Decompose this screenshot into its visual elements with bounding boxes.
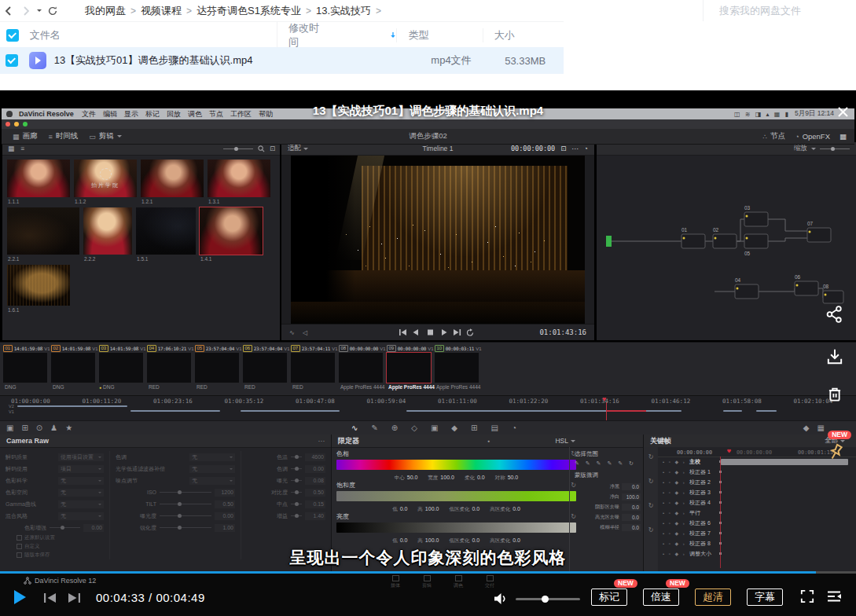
- clip-codec: RED: [244, 384, 255, 390]
- netdisk-page: 我的网盘 > 视频课程 > 达芬奇调色S1系统专业 > 13.实战技巧 > 文件…: [0, 0, 856, 616]
- palette-icon: ⊕: [391, 423, 398, 434]
- row-checkbox[interactable]: [6, 54, 18, 67]
- matte-finesse-field: 模糊半径 0.0: [575, 522, 641, 533]
- ruler-tick: 01:00:59:04: [367, 398, 439, 405]
- video-player[interactable]: 13【实战技巧01】调色步骤的基础认识.mp4 DaVinci Resolve …: [0, 90, 856, 616]
- subtitle-button[interactable]: 字幕: [747, 588, 783, 606]
- column-filename[interactable]: 文件名: [30, 28, 277, 42]
- svg-text:05: 05: [744, 251, 751, 256]
- next-button[interactable]: [68, 592, 81, 607]
- gallery-view-icons: ▦ ≡: [8, 145, 27, 152]
- camera-raw-field: 解码使用 项目: [6, 463, 104, 475]
- gallery-button: ▦画廊: [13, 131, 38, 141]
- gallery-still: 1.5.1: [136, 207, 196, 262]
- clip-timecode: 14:01:59:08: [110, 346, 138, 351]
- clip-number: 10: [435, 345, 444, 352]
- stills-row-3: 1.6.1: [7, 265, 277, 313]
- macos-titlebar: [2, 119, 854, 129]
- back-icon[interactable]: [0, 2, 17, 20]
- clip-timecode: 14:01:59:08: [62, 346, 90, 351]
- viewer-panel: 适配 Timeline 1 00:00:00:00 ⊡ ⋯ ◔ ∿ ◁: [281, 142, 594, 340]
- previous-button[interactable]: [43, 592, 57, 607]
- file-row[interactable]: 13【实战技巧01】调色步骤的基础认识.mp4 mp4文件 53.33MB: [0, 47, 564, 74]
- column-modified[interactable]: 修改时间: [277, 21, 396, 50]
- selected-clip-segment: [607, 410, 646, 412]
- sort-desc-icon[interactable]: [390, 31, 396, 39]
- track-row-icons: • ▫ ◆ ›: [663, 500, 689, 505]
- camera-raw-field: 混合风格 无: [6, 510, 104, 522]
- volume-slider[interactable]: [516, 598, 580, 600]
- resolve-toolbar: ▦画廊 ≡时间线 ▭剪辑 调色步骤02 ∴节点 ◔OpenFX ▦: [2, 129, 854, 145]
- resolve-page-tab: 调色: [454, 575, 463, 589]
- dot-icon: ●: [487, 438, 490, 443]
- breadcrumb-item[interactable]: 视频课程: [141, 4, 182, 18]
- column-size[interactable]: 大小: [483, 28, 564, 42]
- more-icon: ⋯: [571, 145, 579, 152]
- matte-finesse-field: 净黑 0.0: [575, 482, 641, 492]
- clips-icon: ▭: [89, 133, 96, 141]
- ruler-tick: 01:00:00:00: [11, 398, 83, 405]
- camera-raw-slider: 曝光度 0.00: [116, 510, 235, 522]
- hue-gradient-bar: [336, 460, 576, 470]
- svg-text:01: 01: [681, 227, 688, 233]
- file-name[interactable]: 13【实战技巧01】调色步骤的基础认识.mp4: [54, 53, 329, 68]
- clip-bar: [241, 410, 340, 412]
- viewer-image: [291, 156, 585, 324]
- timeline-clip: 10 00:00:03:11 V1 Apple ProRes 4444: [435, 345, 483, 397]
- still-thumbnail: [83, 207, 132, 255]
- palette-icon: ◆: [451, 423, 457, 434]
- close-icon[interactable]: [837, 106, 849, 121]
- breadcrumb-item[interactable]: 13.实战技巧: [316, 4, 371, 18]
- clip-thumbnail: [51, 353, 95, 383]
- gallery-panel: ▦ ≡ ⊡ 1.1.1: [2, 142, 280, 340]
- palette-icon: ♟: [50, 423, 57, 434]
- select-all-checkbox[interactable]: [6, 29, 19, 42]
- keyframe-playhead-icon: ♥: [727, 448, 731, 455]
- fullscreen-icon[interactable]: [800, 589, 814, 607]
- still-label: 1.1.2: [75, 199, 137, 204]
- gallery-icon: ▦: [13, 133, 20, 141]
- download-icon[interactable]: [825, 347, 846, 368]
- volume-icon[interactable]: [494, 592, 509, 605]
- volume-knob[interactable]: [542, 596, 549, 603]
- ruler-tick: 01:00:35:12: [225, 398, 296, 405]
- clip-thumbnail: [195, 353, 239, 383]
- clip-codec: RED: [292, 384, 303, 390]
- share-icon[interactable]: [825, 305, 846, 325]
- column-type[interactable]: 类型: [396, 28, 482, 42]
- play-button[interactable]: [14, 590, 26, 604]
- nodes-icon: ∴: [762, 133, 767, 141]
- breadcrumb-item[interactable]: 我的网盘: [85, 4, 126, 18]
- clip-timecode: 00:00:00:00: [350, 346, 378, 351]
- quality-button[interactable]: 超清: [695, 588, 731, 606]
- still-label: 1.2.1: [141, 199, 204, 204]
- clip-track: V1: [236, 346, 241, 351]
- timeline-icon: ≡: [49, 133, 53, 141]
- breadcrumb-item[interactable]: 达芬奇调色S1系统专业: [197, 4, 301, 18]
- still-thumbnail: [208, 160, 270, 197]
- search-input[interactable]: [718, 4, 839, 17]
- saturation-section: 饱和度↻: [336, 480, 576, 490]
- breadcrumb: 我的网盘 > 视频课程 > 达芬奇调色S1系统专业 > 13.实战技巧 >: [80, 4, 381, 18]
- clip-codec: DNG: [5, 384, 16, 390]
- gallery-still: 拍片学院 1.1.2: [74, 160, 137, 204]
- clip-codec: DNG: [53, 384, 64, 390]
- refresh-icon[interactable]: [44, 2, 61, 20]
- search-box[interactable]: [703, 0, 856, 21]
- pin-icon[interactable]: [825, 442, 846, 463]
- ruler-tick: 01:00:47:08: [296, 398, 367, 405]
- clip-track: V1: [332, 346, 337, 351]
- playlist-icon[interactable]: [826, 590, 842, 606]
- history-caret-icon[interactable]: [35, 2, 44, 20]
- stage-apron: [291, 302, 585, 324]
- still-thumbnail: [7, 160, 70, 197]
- speed-button[interactable]: 倍速: [643, 588, 679, 606]
- clip-timecode: 23:57:04:04: [254, 346, 282, 351]
- mark-button[interactable]: 标记: [591, 588, 627, 606]
- ruler-tick: 01:00:23:16: [153, 398, 225, 405]
- mark-new-badge: NEW: [614, 579, 637, 588]
- delete-icon[interactable]: [825, 385, 846, 405]
- timeline-clip: 09 00:00:00:00 V1 Apple ProRes 4444: [387, 345, 435, 397]
- clip-codec: RED: [197, 384, 208, 390]
- clip-track: V1: [380, 346, 385, 351]
